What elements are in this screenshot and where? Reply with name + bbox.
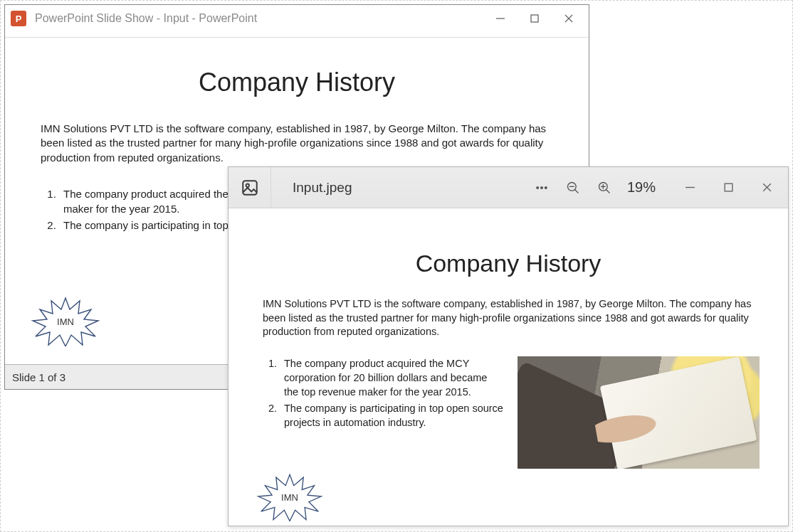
viewer-filename: Input.jpeg <box>293 180 435 196</box>
minimize-button[interactable] <box>683 181 697 195</box>
maximize-button[interactable] <box>527 11 542 26</box>
starburst-shape: IMN <box>30 297 101 346</box>
svg-rect-18 <box>725 183 732 191</box>
svg-point-6 <box>246 183 248 186</box>
image-icon[interactable] <box>229 167 271 208</box>
svg-line-14 <box>606 189 609 193</box>
more-options-button[interactable] <box>526 174 557 202</box>
svg-rect-1 <box>531 15 538 22</box>
zoom-level: 19% <box>627 179 656 196</box>
starburst-label: IMN <box>256 473 324 521</box>
powerpoint-logo-icon: P <box>11 11 26 26</box>
svg-point-9 <box>545 186 547 188</box>
zoom-in-button[interactable] <box>589 174 620 202</box>
list-item: The company is participating in top open… <box>280 401 503 430</box>
svg-rect-5 <box>243 181 257 195</box>
powerpoint-window-controls <box>493 11 583 26</box>
slide-title: Company History <box>229 250 788 277</box>
close-button[interactable] <box>760 181 774 195</box>
powerpoint-logo-letter: P <box>16 14 22 24</box>
slide-paragraph: IMN Solutions PVT LTD is the software co… <box>41 122 559 165</box>
powerpoint-title: PowerPoint Slide Show - Input - PowerPoi… <box>35 12 493 25</box>
svg-point-7 <box>537 186 539 188</box>
viewer-window-controls <box>683 181 784 195</box>
starburst-label: IMN <box>30 297 101 346</box>
slide-title: Company History <box>5 68 589 97</box>
minimize-button[interactable] <box>493 11 508 26</box>
powerpoint-titlebar[interactable]: P PowerPoint Slide Show - Input - PowerP… <box>5 5 589 32</box>
svg-line-11 <box>574 189 578 193</box>
svg-point-8 <box>541 186 543 188</box>
content-image <box>518 356 760 469</box>
slide-numbered-list: The company product acquired the MCY cor… <box>263 356 503 469</box>
list-item: The company product acquired the MCY cor… <box>280 356 503 400</box>
close-button[interactable] <box>562 11 576 26</box>
slide-paragraph: IMN Solutions PVT LTD is the software co… <box>263 297 760 339</box>
zoom-out-button[interactable] <box>557 174 589 202</box>
slide-counter: Slide 1 of 3 <box>12 371 65 383</box>
viewer-toolbar: Input.jpeg 19% <box>229 167 788 208</box>
maximize-button[interactable] <box>721 181 735 195</box>
viewer-content[interactable]: Company History IMN Solutions PVT LTD is… <box>229 208 788 526</box>
starburst-shape: IMN <box>256 473 324 521</box>
image-viewer-window: Input.jpeg 19% Company History IMN Solut… <box>228 166 789 526</box>
